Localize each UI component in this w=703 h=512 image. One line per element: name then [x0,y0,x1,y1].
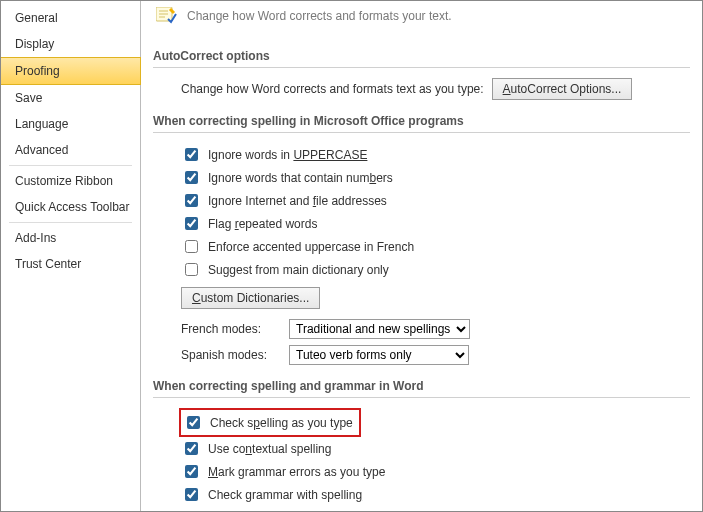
sidebar-item-quick-access[interactable]: Quick Access Toolbar [1,194,140,220]
mark-grammar-checkbox[interactable] [185,465,198,478]
ignore-numbers-checkbox-row[interactable]: Ignore words that contain numbers [181,166,690,189]
sidebar-item-customize-ribbon[interactable]: Customize Ribbon [1,168,140,194]
sidebar-separator [9,165,132,166]
page-banner-text: Change how Word corrects and formats you… [187,9,452,23]
contextual-spelling-checkbox-row[interactable]: Use contextual spelling [181,437,690,460]
sidebar-item-save[interactable]: Save [1,85,140,111]
spanish-modes-select[interactable]: Tuteo verb forms only [289,345,469,365]
sidebar-item-proofing[interactable]: Proofing [1,57,141,85]
flag-repeated-checkbox-row[interactable]: Flag repeated words [181,212,690,235]
sidebar-item-general[interactable]: General [1,5,140,31]
suggest-main-checkbox[interactable] [185,263,198,276]
ignore-internet-checkbox-row[interactable]: Ignore Internet and file addresses [181,189,690,212]
grammar-with-spelling-checkbox[interactable] [185,488,198,501]
autocorrect-options-button[interactable]: AAutoCorrect Options...utoCorrect Option… [492,78,633,100]
page-banner: Change how Word corrects and formats you… [153,5,690,35]
ignore-numbers-checkbox[interactable] [185,171,198,184]
readability-checkbox-row[interactable]: Show readability statistics [181,506,690,511]
sidebar-item-advanced[interactable]: Advanced [1,137,140,163]
contextual-spelling-label: Use contextual spelling [208,442,331,456]
spanish-modes-label: Spanish modes: [181,348,281,362]
ignore-uppercase-checkbox[interactable] [185,148,198,161]
section-autocorrect-title: AutoCorrect options [153,41,690,68]
mark-grammar-label: Mark grammar errors as you type [208,465,385,479]
section-office-title: When correcting spelling in Microsoft Of… [153,106,690,133]
enforce-french-checkbox[interactable] [185,240,198,253]
autocorrect-desc: Change how Word corrects and formats tex… [181,82,484,96]
highlight-check-spelling: Check spelling as you type [179,408,361,437]
ignore-uppercase-label: Ignore words in UPPERCASE [208,148,367,162]
custom-dictionaries-button[interactable]: Custom Dictionaries... [181,287,320,309]
flag-repeated-checkbox[interactable] [185,217,198,230]
ignore-internet-label: Ignore Internet and file addresses [208,194,387,208]
grammar-with-spelling-checkbox-row[interactable]: Check grammar with spelling [181,483,690,506]
sidebar-item-display[interactable]: Display [1,31,140,57]
sidebar-item-language[interactable]: Language [1,111,140,137]
section-word-title: When correcting spelling and grammar in … [153,371,690,398]
grammar-with-spelling-label: Check grammar with spelling [208,488,362,502]
options-sidebar: General Display Proofing Save Language A… [1,1,141,511]
check-spelling-checkbox-row[interactable]: Check spelling as you type [181,411,353,434]
suggest-main-checkbox-row[interactable]: Suggest from main dictionary only [181,258,690,281]
french-modes-select[interactable]: Traditional and new spellings [289,319,470,339]
suggest-main-label: Suggest from main dictionary only [208,263,389,277]
readability-label: Show readability statistics [208,511,345,512]
enforce-french-label: Enforce accented uppercase in French [208,240,414,254]
check-spelling-checkbox[interactable] [187,416,200,429]
sidebar-item-addins[interactable]: Add-Ins [1,225,140,251]
enforce-french-checkbox-row[interactable]: Enforce accented uppercase in French [181,235,690,258]
ignore-numbers-label: Ignore words that contain numbers [208,171,393,185]
mark-grammar-checkbox-row[interactable]: Mark grammar errors as you type [181,460,690,483]
options-main-pane: Change how Word corrects and formats you… [141,1,702,511]
proofing-icon [155,7,179,25]
ignore-internet-checkbox[interactable] [185,194,198,207]
check-spelling-label: Check spelling as you type [210,416,353,430]
ignore-uppercase-checkbox-row[interactable]: Ignore words in UPPERCASE [181,143,690,166]
contextual-spelling-checkbox[interactable] [185,442,198,455]
sidebar-item-trust-center[interactable]: Trust Center [1,251,140,277]
french-modes-label: French modes: [181,322,281,336]
sidebar-separator [9,222,132,223]
flag-repeated-label: Flag repeated words [208,217,317,231]
